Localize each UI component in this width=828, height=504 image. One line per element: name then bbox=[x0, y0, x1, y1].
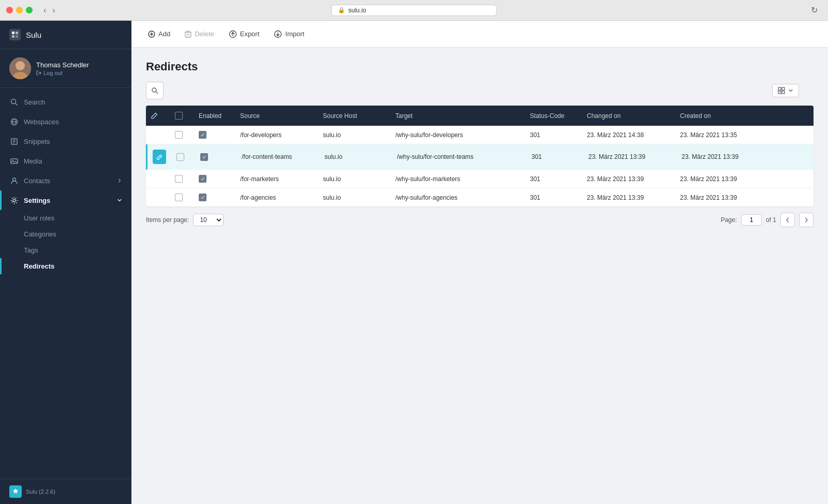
toolbar-search-row bbox=[146, 82, 814, 99]
delete-button[interactable]: Delete bbox=[179, 27, 220, 41]
row-created-on-cell: 23. März 2021 13:35 bbox=[675, 126, 768, 144]
sidebar-item-label: Search bbox=[24, 98, 45, 106]
row-target-cell: /why-sulu/for-content-teams bbox=[392, 148, 526, 166]
snippet-icon bbox=[9, 137, 19, 146]
search-icon bbox=[151, 87, 158, 94]
row-created-on-cell: 23. März 2021 13:39 bbox=[676, 148, 770, 166]
row-checkbox[interactable] bbox=[175, 194, 183, 201]
media-icon bbox=[9, 156, 19, 166]
row-source-cell: /for-agencies bbox=[235, 189, 318, 206]
app: Sulu Thomas Schedler Log out bbox=[0, 21, 828, 504]
header-select[interactable] bbox=[170, 106, 194, 126]
sub-nav-redirects[interactable]: Redirects bbox=[0, 258, 131, 274]
back-button[interactable]: ‹ bbox=[41, 5, 48, 16]
table-row[interactable]: /for-developers sulu.io /why-sulu/for-de… bbox=[146, 126, 814, 144]
header-changed-on: Changed on bbox=[582, 106, 675, 126]
next-page-button[interactable] bbox=[799, 213, 814, 227]
edit-header-icon bbox=[151, 112, 158, 119]
sidebar-item-search[interactable]: Search bbox=[0, 92, 131, 112]
row-edit-cell bbox=[146, 174, 170, 184]
header-edit bbox=[146, 106, 170, 126]
sidebar-item-label: Contacts bbox=[24, 177, 50, 185]
row-edit-cell[interactable] bbox=[147, 144, 171, 169]
export-icon bbox=[229, 30, 237, 38]
forward-button[interactable]: › bbox=[50, 5, 57, 16]
sidebar-nav: Search Webspaces Snippets Media bbox=[0, 88, 131, 479]
chevron-left-icon bbox=[786, 217, 790, 223]
items-per-page: Items per page: 10 25 50 100 bbox=[146, 214, 224, 226]
close-button[interactable] bbox=[6, 7, 13, 13]
enabled-checkbox bbox=[200, 153, 208, 161]
settings-subnav: User roles Categories Tags Redirects bbox=[0, 210, 131, 274]
import-button[interactable]: Import bbox=[268, 27, 310, 41]
table-row[interactable]: /for-content-teams sulu.io /why-sulu/for… bbox=[146, 144, 814, 170]
avatar bbox=[9, 57, 31, 79]
header-source: Source bbox=[235, 106, 318, 126]
sub-nav-tags[interactable]: Tags bbox=[0, 242, 131, 258]
row-source-host-cell: sulu.io bbox=[318, 189, 390, 206]
row-checkbox[interactable] bbox=[176, 153, 184, 161]
select-all-checkbox[interactable] bbox=[175, 112, 183, 120]
row-select-cell[interactable] bbox=[170, 170, 194, 188]
sidebar-item-label: Webspaces bbox=[24, 118, 59, 126]
row-source-cell: /for-marketers bbox=[235, 170, 318, 188]
user-info: Thomas Schedler Log out bbox=[36, 61, 89, 76]
sidebar-item-webspaces[interactable]: Webspaces bbox=[0, 112, 131, 131]
row-select-cell[interactable] bbox=[171, 148, 195, 166]
row-select-cell[interactable] bbox=[170, 126, 194, 144]
svg-rect-37 bbox=[782, 91, 785, 94]
sidebar-item-snippets[interactable]: Snippets bbox=[0, 131, 131, 151]
view-toggle-button[interactable] bbox=[772, 84, 799, 97]
prev-page-button[interactable] bbox=[780, 213, 795, 227]
svg-rect-23 bbox=[185, 32, 191, 37]
row-source-host-cell: sulu.io bbox=[319, 148, 392, 166]
row-select-cell[interactable] bbox=[170, 188, 194, 206]
sidebar-header: Sulu bbox=[0, 21, 131, 49]
sidebar-item-contacts[interactable]: Contacts bbox=[0, 171, 131, 190]
chevron-right-icon bbox=[117, 177, 122, 185]
sub-nav-user-roles[interactable]: User roles bbox=[0, 210, 131, 226]
sidebar-logo-icon bbox=[9, 29, 21, 40]
sidebar-user: Thomas Schedler Log out bbox=[0, 49, 131, 88]
globe-icon bbox=[9, 117, 19, 126]
row-checkbox[interactable] bbox=[175, 175, 183, 183]
row-edit-cell bbox=[146, 130, 170, 140]
row-source-host-cell: sulu.io bbox=[318, 126, 390, 144]
sub-nav-categories[interactable]: Categories bbox=[0, 226, 131, 242]
url-bar[interactable]: 🔒 sulu.io bbox=[331, 5, 497, 16]
svg-line-8 bbox=[15, 103, 17, 105]
row-checkbox[interactable] bbox=[175, 131, 183, 139]
chevron-right-icon bbox=[804, 217, 808, 223]
row-enabled-cell bbox=[194, 170, 235, 188]
header-target: Target bbox=[390, 106, 525, 126]
svg-rect-34 bbox=[778, 87, 781, 90]
row-target-cell: /why-sulu/for-agencies bbox=[390, 189, 525, 206]
sidebar-footer: Sulu (2.2.6) bbox=[0, 479, 131, 504]
edit-button[interactable] bbox=[153, 150, 166, 164]
export-button[interactable]: Export bbox=[223, 27, 266, 41]
table-row[interactable]: /for-agencies sulu.io /why-sulu/for-agen… bbox=[146, 188, 814, 206]
row-changed-on-cell: 23. März 2021 13:39 bbox=[583, 148, 676, 166]
row-enabled-cell bbox=[194, 188, 235, 206]
row-source-cell: /for-content-teams bbox=[236, 148, 319, 166]
sidebar-title: Sulu bbox=[26, 31, 41, 39]
logout-icon bbox=[36, 70, 41, 76]
user-name: Thomas Schedler bbox=[36, 61, 89, 69]
refresh-button[interactable]: ↻ bbox=[811, 5, 818, 15]
chevron-down-icon bbox=[117, 197, 122, 204]
page-input[interactable] bbox=[741, 214, 762, 226]
minimize-button[interactable] bbox=[16, 7, 23, 13]
table-row[interactable]: /for-marketers sulu.io /why-sulu/for-mar… bbox=[146, 170, 814, 188]
sidebar-item-media[interactable]: Media bbox=[0, 151, 131, 171]
header-enabled: Enabled bbox=[194, 106, 235, 126]
svg-rect-3 bbox=[16, 35, 18, 38]
search-icon bbox=[9, 97, 19, 107]
window-chrome: ‹ › 🔒 sulu.io ↻ bbox=[0, 0, 828, 21]
add-button[interactable]: Add bbox=[142, 27, 176, 41]
maximize-button[interactable] bbox=[26, 7, 33, 13]
search-button[interactable] bbox=[146, 82, 164, 99]
sidebar-item-settings[interactable]: Settings bbox=[0, 190, 131, 210]
per-page-select[interactable]: 10 25 50 100 bbox=[193, 214, 224, 226]
logout-button[interactable]: Log out bbox=[36, 70, 89, 76]
nav-arrows: ‹ › bbox=[41, 5, 57, 16]
